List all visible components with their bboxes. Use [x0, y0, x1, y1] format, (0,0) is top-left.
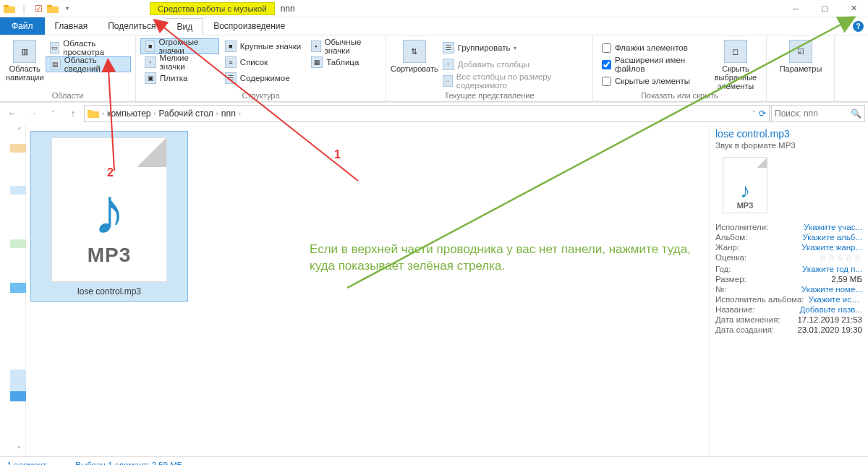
layout-tiles[interactable]: ▣Плитка	[140, 70, 219, 86]
prop-albumartist-v[interactable]: Укажите испо...	[809, 295, 863, 304]
hide-selected-icon: ◻	[724, 40, 747, 63]
sort-button[interactable]: ⇅ Сортировать	[391, 38, 438, 89]
layout-small-label: Мелкие значки	[160, 54, 215, 71]
status-selected: Выбран 1 элемент: 2,59 МБ	[75, 461, 182, 466]
tab-view[interactable]: Вид	[166, 18, 203, 35]
hidden-items-label: Скрытые элементы	[615, 77, 690, 85]
context-tab-music: Средства работы с музыкой	[150, 2, 275, 15]
group-label-show-hide: Показать или скрыть	[593, 91, 766, 100]
forward-button[interactable]: →	[23, 105, 42, 122]
up-button[interactable]: ↑	[64, 105, 82, 122]
prop-created-v: 23.01.2020 19:30	[797, 325, 862, 334]
prop-genre-k: Жанр:	[715, 243, 739, 252]
layout-medium-label: Обычные значки	[325, 38, 377, 55]
qat-dropdown-icon[interactable]: ▾	[61, 2, 74, 15]
add-columns-icon: +	[443, 59, 454, 70]
folder-icon	[88, 108, 99, 119]
tab-play[interactable]: Воспроизведение	[203, 17, 295, 35]
file-list[interactable]: ♪ MP3 lose control.mp3	[26, 124, 709, 456]
tab-file[interactable]: Файл	[0, 17, 45, 35]
preview-pane-button[interactable]: ▭ Область просмотра	[46, 40, 131, 56]
prop-title-v[interactable]: Добавьте назв...	[799, 305, 862, 314]
main-area: ˄ ˅ ♪ MP3 lose control.mp3 lose control.…	[0, 124, 868, 456]
collapse-ribbon-icon[interactable]: ˄	[845, 22, 848, 30]
folder-icon[interactable]	[46, 2, 59, 15]
prop-albumartist-k: Исполнитель альбома:	[715, 295, 804, 304]
folder-icon	[3, 2, 16, 15]
minimize-button[interactable]: ─	[781, 0, 810, 17]
prop-year-v[interactable]: Укажите год п...	[802, 265, 862, 273]
nav-pane-scrollbar[interactable]: ˄ ˅	[0, 124, 26, 456]
preview-pane-label: Область просмотра	[63, 39, 127, 56]
small-icons-icon: ▫	[145, 56, 156, 68]
group-by-button[interactable]: ☰Группировать ▾	[438, 40, 588, 56]
breadcrumb-folder[interactable]: nnn	[221, 108, 236, 119]
search-input[interactable]: Поиск: nnn 🔍	[771, 105, 865, 122]
hide-selected-button[interactable]: ◻ Скрыть выбранные элементы	[710, 38, 762, 90]
qat-check-icon[interactable]: ☑	[32, 2, 45, 15]
maximize-button[interactable]: ▢	[810, 0, 839, 17]
address-dropdown-icon[interactable]: ˅	[752, 110, 756, 117]
layout-content-label: Содержимое	[240, 74, 290, 82]
hidden-items-toggle[interactable]: Скрытые элементы	[597, 73, 710, 89]
breadcrumb-desktop[interactable]: Рабочий стол	[159, 108, 213, 119]
add-columns-button[interactable]: +Добавить столбцы	[438, 56, 588, 72]
layout-list-label: Список	[240, 58, 268, 67]
group-by-icon: ☰	[443, 42, 454, 54]
list-icon: ≡	[225, 56, 237, 68]
details-pane-button[interactable]: ▤ Область сведений	[46, 56, 131, 72]
group-label-layout: Структура	[136, 91, 386, 100]
prop-track-v[interactable]: Укажите номе...	[801, 285, 862, 294]
content-icon: ☰	[225, 72, 237, 84]
layout-huge[interactable]: ■Огромные значки	[140, 38, 219, 54]
huge-icons-icon: ■	[145, 40, 155, 52]
prop-size-k: Размер:	[715, 275, 746, 283]
layout-medium[interactable]: ▪Обычные значки	[307, 38, 381, 54]
options-button[interactable]: ☑ Параметры	[771, 38, 830, 73]
breadcrumb[interactable]: › компьютер › Рабочий стол › nnn › ˅ ⟳	[84, 105, 770, 122]
options-label: Параметры	[780, 64, 822, 73]
tab-share[interactable]: Поделиться	[98, 17, 166, 35]
file-item[interactable]: ♪ MP3 lose control.mp3	[30, 131, 188, 302]
group-label-current-view: Текущее представление	[386, 91, 592, 100]
prop-modified-v: 17.12.2019 21:53	[797, 315, 862, 324]
history-dropdown[interactable]: ˅	[43, 105, 62, 122]
layout-list[interactable]: ≡Список	[221, 54, 305, 70]
prop-artists-v[interactable]: Укажите учас...	[804, 223, 862, 231]
prop-size-v: 2,59 МБ	[831, 275, 862, 283]
navigation-pane-button[interactable]: ▥ Область навигации	[4, 38, 46, 82]
breadcrumb-pc[interactable]: компьютер	[107, 108, 151, 119]
prop-genre-v[interactable]: Укажите жанр...	[801, 243, 862, 252]
hide-selected-label: Скрыть выбранные элементы	[710, 64, 762, 90]
layout-large-label: Крупные значки	[240, 42, 301, 51]
close-button[interactable]: ✕	[839, 0, 868, 17]
layout-tiles-label: Плитка	[160, 74, 187, 82]
navigation-pane-icon: ▥	[13, 40, 36, 63]
tiles-icon: ▣	[145, 72, 156, 84]
layout-small[interactable]: ▫Мелкие значки	[140, 54, 219, 70]
rating-stars[interactable]: ☆☆☆☆☆	[819, 253, 862, 263]
item-checkboxes-label: Флажки элементов	[615, 43, 688, 52]
medium-icons-icon: ▪	[311, 40, 320, 52]
layout-large[interactable]: ■Крупные значки	[221, 38, 305, 54]
status-bar: 1 элемент Выбран 1 элемент: 2,59 МБ	[0, 456, 868, 465]
tab-home[interactable]: Главная	[45, 17, 98, 35]
refresh-icon[interactable]: ⟳	[759, 108, 766, 119]
layout-content[interactable]: ☰Содержимое	[221, 70, 305, 86]
file-extensions-toggle[interactable]: Расширения имен файлов	[597, 56, 710, 72]
prop-artists-k: Исполнители:	[715, 223, 768, 231]
item-checkboxes-toggle[interactable]: Флажки элементов	[597, 40, 710, 56]
layout-details[interactable]: ▦Таблица	[307, 54, 381, 70]
size-columns-button[interactable]: ↔Все столбцы по размеру содержимого	[438, 73, 588, 89]
file-extensions-label: Расширения имен файлов	[615, 56, 705, 73]
size-columns-icon: ↔	[443, 75, 453, 87]
prop-album-v[interactable]: Укажите альб...	[802, 233, 862, 242]
details-type: Звук в формате MP3	[715, 141, 862, 150]
details-pane: lose control.mp3 Звук в формате MP3 ♪ MP…	[709, 124, 868, 456]
group-label-panes: Области	[0, 91, 135, 100]
prop-year-k: Год:	[715, 265, 731, 273]
window-title: nnn	[281, 4, 295, 14]
back-button[interactable]: ←	[3, 105, 22, 122]
help-icon[interactable]: ?	[853, 21, 864, 32]
annotation-number-2: 2	[107, 166, 114, 179]
